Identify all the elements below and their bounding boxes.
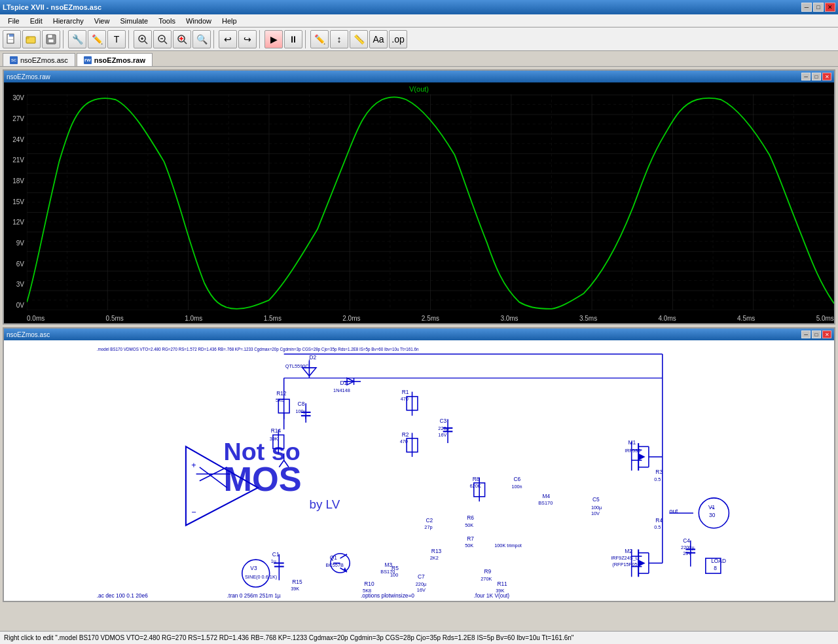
x-label-20: 2.0ms [342, 315, 360, 322]
measure-btn[interactable]: 📏 [350, 30, 368, 48]
svg-text:SINE(0 0.6 1K): SINE(0 0.6 1K) [245, 574, 277, 580]
menu-window[interactable]: Window [181, 16, 217, 26]
menu-hierarchy[interactable]: Hierarchy [48, 16, 89, 26]
waveform-close-btn[interactable]: ✕ [822, 73, 831, 80]
zoom-rect-btn[interactable]: 🔍 [192, 30, 211, 48]
y-label-27: 27V [5, 115, 26, 122]
svg-text:R12: R12 [276, 390, 287, 397]
text-btn[interactable]: T [107, 30, 126, 48]
svg-text:.model BS170 VDMOS VTO=2.480 R: .model BS170 VDMOS VTO=2.480 RG=270 RS=1… [97, 347, 419, 352]
svg-text:100K trimpot: 100K trimpot [494, 543, 522, 548]
zoom-out-btn[interactable] [153, 30, 172, 48]
y-label-24: 24V [5, 136, 26, 143]
minimize-button[interactable]: ─ [801, 3, 812, 12]
pen-btn[interactable]: ✏️ [310, 30, 329, 48]
dot-btn[interactable]: .op [389, 30, 407, 48]
status-bar: Right click to edit ".model BS170 VDMOS … [0, 631, 838, 644]
svg-text:M4: M4 [543, 493, 551, 499]
y-label-21: 21V [5, 156, 26, 164]
schematic-controls: ─ □ ✕ [801, 331, 831, 338]
svg-text:R15: R15 [292, 579, 302, 585]
svg-text:.four 1K V(out): .four 1K V(out) [474, 592, 510, 599]
plot-grid-container [27, 94, 834, 310]
svg-text:39K: 39K [291, 586, 299, 592]
svg-text:1N4148: 1N4148 [333, 387, 350, 393]
svg-text:──: ── [8, 37, 14, 41]
svg-text:R1: R1 [402, 389, 409, 395]
tab-schematic[interactable]: sc nsoEZmos.asc [3, 53, 75, 66]
x-label-15: 1.5ms [264, 315, 282, 322]
svg-text:R5: R5 [392, 565, 399, 571]
run-btn[interactable]: ▶ [264, 30, 283, 48]
maximize-button[interactable]: □ [813, 3, 824, 12]
menu-file[interactable]: File [3, 16, 25, 26]
svg-text:100µ: 100µ [591, 505, 602, 510]
svg-text:100n: 100n [511, 484, 522, 490]
svg-line-180 [340, 554, 347, 558]
menu-simulate[interactable]: Simulate [115, 16, 153, 26]
svg-text:C4: C4 [683, 537, 690, 544]
svg-line-9 [145, 41, 147, 44]
svg-text:100µ: 100µ [295, 408, 306, 414]
menu-view[interactable]: View [89, 16, 115, 26]
main-content: nsoEZmos.raw ─ □ ✕ V(out) 0V 3V 6V 9V 12… [0, 67, 838, 631]
y-label-6: 6V [5, 260, 26, 268]
svg-text:30: 30 [709, 512, 716, 518]
svg-text:R7: R7 [467, 535, 474, 542]
app-title: LTspice XVII - nsoEZmos.asc [3, 3, 101, 11]
fit-btn[interactable] [173, 30, 191, 48]
svg-text:0.5: 0.5 [654, 476, 661, 482]
svg-text:8: 8 [714, 565, 717, 571]
redo-btn[interactable]: ↪ [238, 30, 257, 48]
svg-text:by LV: by LV [309, 497, 340, 511]
svg-text:C2: C2 [426, 517, 433, 524]
menu-edit[interactable]: Edit [25, 16, 48, 26]
waveform-plot[interactable]: V(out) 0V 3V 6V 9V 12V 15V 18V 21V 24V 2… [4, 82, 834, 323]
x-label-05: 0.5ms [106, 315, 124, 322]
schematic-minimize-btn[interactable]: ─ [801, 331, 811, 338]
schematic-canvas[interactable]: Not so MOS by LV + − .model BS170 VDMOS … [4, 340, 834, 601]
svg-text:50K: 50K [465, 522, 473, 528]
svg-text:5K6: 5K6 [276, 397, 284, 403]
plot-title: V(out) [409, 85, 429, 93]
svg-text:C5: C5 [592, 496, 600, 503]
svg-text:~: ~ [710, 505, 714, 512]
svg-text:10V: 10V [591, 510, 600, 516]
menu-help[interactable]: Help [217, 16, 242, 26]
new-schematic-btn[interactable]: ── [3, 30, 21, 48]
zoom-in-btn[interactable] [134, 30, 152, 48]
label-btn[interactable]: Aa [369, 30, 388, 48]
y-axis: 0V 3V 6V 9V 12V 15V 18V 21V 24V 27V 30V [4, 82, 27, 310]
sep2 [128, 30, 131, 48]
wire-btn[interactable]: ✏️ [88, 30, 106, 48]
x-label-35: 3.5ms [579, 315, 597, 322]
svg-line-16 [184, 41, 187, 44]
svg-text:100: 100 [390, 572, 398, 578]
y-label-12: 12V [5, 219, 26, 226]
component-btn[interactable]: 🔧 [68, 30, 86, 48]
svg-text:D2: D2 [309, 354, 316, 361]
svg-text:2K2: 2K2 [430, 555, 439, 561]
halt-btn[interactable]: ⏸ [284, 30, 302, 48]
schematic-window-title: nsoEZmos.asc [7, 331, 50, 338]
y-label-3: 3V [5, 281, 26, 288]
x-axis: 0.0ms 0.5ms 1.0ms 1.5ms 2.0ms 2.5ms 3.0m… [27, 315, 834, 322]
svg-rect-6 [48, 35, 52, 38]
svg-text:16V: 16V [438, 432, 446, 438]
undo-btn[interactable]: ↩ [219, 30, 237, 48]
waveform-maximize-btn[interactable]: □ [812, 73, 821, 80]
svg-text:C3: C3 [439, 418, 446, 424]
schematic-maximize-btn[interactable]: □ [812, 331, 821, 338]
tab-raw[interactable]: rw nsoEZmos.raw [77, 53, 153, 66]
svg-text:50K: 50K [465, 543, 473, 548]
svg-text:R8: R8 [473, 476, 480, 482]
waveform-minimize-btn[interactable]: ─ [801, 73, 811, 80]
menu-tools[interactable]: Tools [153, 16, 181, 26]
open-btn[interactable] [22, 30, 41, 48]
svg-text:C7: C7 [418, 573, 425, 580]
status-text: Right click to edit ".model BS170 VDMOS … [4, 634, 574, 641]
save-btn[interactable] [42, 30, 60, 48]
schematic-close-btn[interactable]: ✕ [822, 331, 831, 338]
close-button[interactable]: ✕ [825, 3, 835, 12]
cursor-btn[interactable]: ↕ [330, 30, 348, 48]
